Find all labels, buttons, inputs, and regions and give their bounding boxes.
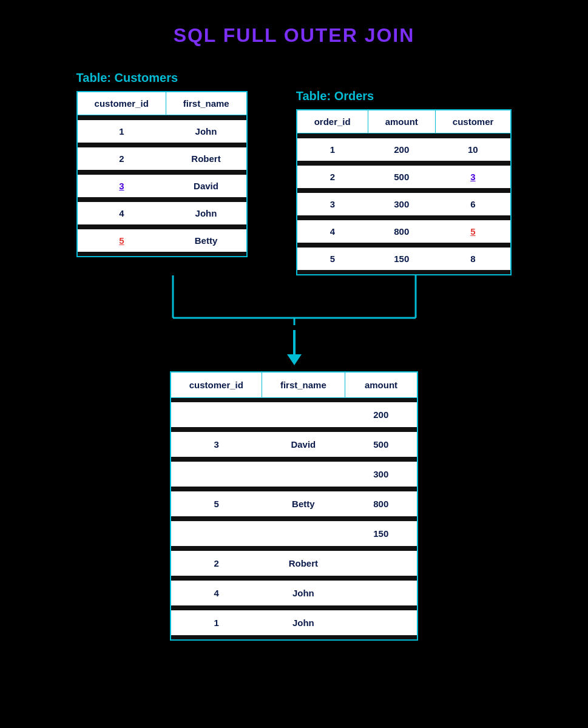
- table-row: 4 John: [171, 581, 418, 605]
- orders-table-block: Table: Orders order_id amount customer 1…: [296, 89, 512, 275]
- customers-table-label: Table: Customers: [76, 71, 178, 85]
- table-row: 5 Betty 800: [171, 491, 418, 516]
- result-section: customer_id first_name amount 200 3 Davi…: [170, 371, 419, 641]
- res-id-r7: 4: [171, 581, 262, 605]
- table-row: 1 200 10: [297, 138, 512, 161]
- table-row: 4 800 5: [297, 220, 512, 243]
- table-row: 2 Robert: [171, 551, 418, 576]
- res-id-r6: 2: [171, 551, 262, 576]
- ord-id-2: 2: [297, 166, 368, 188]
- customers-table: customer_id first_name 1 John 2 Robert: [76, 91, 248, 257]
- res-amt-r5: 150: [345, 521, 417, 546]
- tables-row: Table: Customers customer_id first_name …: [12, 71, 576, 275]
- table-row: 1 John: [77, 120, 247, 143]
- res-id-r5: [171, 521, 262, 546]
- connector-lines: [67, 275, 522, 330]
- res-amt-r2: 500: [345, 432, 417, 457]
- res-amt-r8: [345, 610, 417, 635]
- result-col-amount: amount: [345, 372, 417, 398]
- connector-svg: [67, 275, 522, 330]
- res-name-r3: [262, 462, 345, 487]
- res-name-r8: John: [262, 610, 345, 635]
- orders-col-amount: amount: [368, 110, 435, 133]
- cust-id-2: 2: [77, 147, 166, 170]
- table-row: 2 Robert: [77, 147, 247, 170]
- table-row: 4 John: [77, 202, 247, 224]
- res-id-r2: 3: [171, 432, 262, 457]
- customers-table-block: Table: Customers customer_id first_name …: [76, 71, 248, 257]
- ord-amt-5: 150: [368, 248, 435, 270]
- res-amt-r3: 300: [345, 462, 417, 487]
- cust-name-3: David: [166, 175, 246, 197]
- res-id-r4: 5: [171, 491, 262, 516]
- arrow-shaft: [293, 330, 296, 354]
- ord-id-4: 4: [297, 220, 368, 243]
- ord-cust-1: 10: [435, 138, 511, 161]
- cust-id-3: 3: [77, 175, 166, 197]
- res-name-r7: John: [262, 581, 345, 605]
- res-name-r6: Robert: [262, 551, 345, 576]
- res-amt-r6: [345, 551, 417, 576]
- table-row: 150: [171, 521, 418, 546]
- table-row: 3 David: [77, 175, 247, 197]
- orders-col-id: order_id: [297, 110, 368, 133]
- ord-cust-4: 5: [435, 220, 511, 243]
- table-row: 2 500 3: [297, 166, 512, 188]
- ord-cust-3: 6: [435, 193, 511, 215]
- ord-id-5: 5: [297, 248, 368, 270]
- table-row: 5 Betty: [77, 229, 247, 252]
- res-name-r4: Betty: [262, 491, 345, 516]
- ord-cust-5: 8: [435, 248, 511, 270]
- table-row: 1 John: [171, 610, 418, 635]
- ord-id-1: 1: [297, 138, 368, 161]
- cust-id-5: 5: [77, 229, 166, 252]
- res-amt-r1: 200: [345, 402, 417, 427]
- page-title: SQL FULL OUTER JOIN: [174, 24, 415, 47]
- table-row: 5 150 8: [297, 248, 512, 270]
- ord-amt-1: 200: [368, 138, 435, 161]
- orders-table: order_id amount customer 1 200 10 2: [296, 109, 512, 275]
- table-row: 300: [171, 462, 418, 487]
- ord-amt-2: 500: [368, 166, 435, 188]
- res-name-r1: [262, 402, 345, 427]
- cust-name-1: John: [166, 120, 246, 143]
- customers-col-name: first_name: [166, 92, 246, 115]
- cust-name-2: Robert: [166, 147, 246, 170]
- result-col-id: customer_id: [171, 372, 262, 398]
- ord-id-3: 3: [297, 193, 368, 215]
- cust-name-4: John: [166, 202, 246, 224]
- ord-cust-2: 3: [435, 166, 511, 188]
- res-id-r1: [171, 402, 262, 427]
- res-id-r3: [171, 462, 262, 487]
- table-row: 3 300 6: [297, 193, 512, 215]
- res-id-r8: 1: [171, 610, 262, 635]
- top-tables-wrapper: Table: Customers customer_id first_name …: [12, 71, 576, 641]
- cust-id-1: 1: [77, 120, 166, 143]
- orders-table-label: Table: Orders: [296, 89, 374, 103]
- res-name-r2: David: [262, 432, 345, 457]
- table-row: 200: [171, 402, 418, 427]
- table-row: 3 David 500: [171, 432, 418, 457]
- result-col-name: first_name: [262, 372, 345, 398]
- arrow-head: [287, 354, 302, 365]
- res-amt-r7: [345, 581, 417, 605]
- ord-amt-3: 300: [368, 193, 435, 215]
- down-arrow: [287, 330, 302, 365]
- ord-amt-4: 800: [368, 220, 435, 243]
- customers-col-id: customer_id: [77, 92, 166, 115]
- res-amt-r4: 800: [345, 491, 417, 516]
- orders-col-customer: customer: [435, 110, 511, 133]
- cust-id-4: 4: [77, 202, 166, 224]
- result-table: customer_id first_name amount 200 3 Davi…: [170, 371, 419, 641]
- res-name-r5: [262, 521, 345, 546]
- cust-name-5: Betty: [166, 229, 246, 252]
